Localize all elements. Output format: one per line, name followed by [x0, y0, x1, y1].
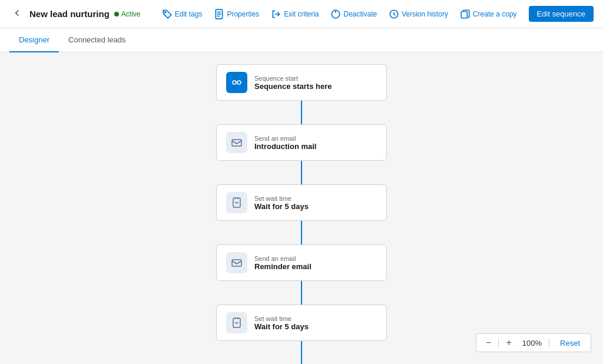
- canvas: Sequence startSequence starts here Send …: [0, 52, 603, 364]
- properties-label: Properties: [227, 10, 259, 18]
- node-title-wait-2: Wait for 5 days: [254, 322, 377, 331]
- header: New lead nurturing Active Edit tags Prop…: [0, 0, 603, 28]
- start-icon: [226, 72, 247, 93]
- tab-designer[interactable]: Designer: [9, 28, 59, 52]
- connector-0: [301, 101, 302, 124]
- zoom-separator-2: [549, 338, 549, 348]
- tab-connected-leads[interactable]: Connected leads: [59, 28, 135, 52]
- svg-rect-8: [461, 11, 467, 18]
- exit-criteria-button[interactable]: Exit criteria: [266, 6, 323, 22]
- edit-tags-button[interactable]: Edit tags: [157, 6, 207, 22]
- edit-tags-label: Edit tags: [175, 10, 203, 18]
- deactivate-label: Deactivate: [343, 10, 377, 18]
- status-label: Active: [121, 10, 141, 18]
- node-content-wait-2: Set wait timeWait for 5 days: [254, 315, 377, 331]
- status-dot: [114, 12, 119, 16]
- sequence-node-wait-2[interactable]: Set wait timeWait for 5 days: [216, 305, 387, 341]
- sequence-node-email-1[interactable]: Send an emailIntroduction mail: [216, 124, 387, 161]
- node-content-email-2: Send an emailReminder email: [254, 255, 377, 271]
- connector-2: [301, 221, 302, 244]
- edit-sequence-button[interactable]: Edit sequence: [529, 6, 594, 22]
- properties-button[interactable]: Properties: [209, 6, 264, 22]
- svg-point-10: [237, 81, 241, 84]
- node-label-email-2: Send an email: [254, 255, 377, 262]
- node-label-wait-1: Set wait time: [254, 195, 377, 202]
- version-history-label: Version history: [402, 10, 448, 18]
- version-history-button[interactable]: Version history: [384, 6, 453, 22]
- header-actions: Edit tags Properties Exit criteria Deact…: [157, 6, 594, 22]
- svg-point-0: [164, 11, 165, 12]
- svg-rect-11: [232, 140, 241, 146]
- create-copy-button[interactable]: Create a copy: [455, 6, 522, 22]
- back-button[interactable]: [9, 5, 25, 23]
- svg-point-9: [233, 81, 236, 84]
- node-label-email-1: Send an email: [254, 135, 377, 142]
- node-content-start: Sequence startSequence starts here: [254, 75, 377, 91]
- zoom-in-button[interactable]: +: [502, 336, 515, 349]
- page-title: New lead nurturing: [29, 9, 110, 19]
- node-title-wait-1: Wait for 5 days: [254, 202, 377, 211]
- zoom-reset-button[interactable]: Reset: [555, 337, 585, 349]
- node-label-start: Sequence start: [254, 75, 377, 82]
- svg-rect-13: [232, 260, 241, 266]
- zoom-controls: − + 100% Reset: [476, 333, 591, 352]
- zoom-separator: [498, 338, 499, 348]
- tabs: Designer Connected leads: [0, 28, 603, 52]
- status-badge: Active: [114, 10, 141, 18]
- email-icon: [226, 252, 247, 273]
- connector-4: [301, 341, 302, 364]
- svg-rect-12: [233, 198, 240, 207]
- zoom-out-button[interactable]: −: [482, 336, 495, 349]
- node-content-wait-1: Set wait timeWait for 5 days: [254, 195, 377, 211]
- sequence-node-wait-1[interactable]: Set wait timeWait for 5 days: [216, 184, 387, 221]
- wait-icon: [226, 192, 247, 213]
- node-title-email-2: Reminder email: [254, 262, 377, 271]
- node-title-start: Sequence starts here: [254, 82, 377, 91]
- node-content-email-1: Send an emailIntroduction mail: [254, 135, 377, 151]
- deactivate-button[interactable]: Deactivate: [326, 6, 382, 22]
- email-icon: [226, 132, 247, 153]
- zoom-value: 100%: [519, 339, 545, 348]
- svg-rect-14: [233, 318, 240, 327]
- create-copy-label: Create a copy: [473, 10, 517, 18]
- exit-criteria-label: Exit criteria: [284, 10, 319, 18]
- connector-3: [301, 281, 302, 305]
- sequence-node-email-2[interactable]: Send an emailReminder email: [216, 244, 387, 281]
- wait-icon: [226, 312, 247, 333]
- node-label-wait-2: Set wait time: [254, 315, 377, 322]
- sequence-node-start[interactable]: Sequence startSequence starts here: [216, 64, 387, 101]
- node-title-email-1: Introduction mail: [254, 142, 377, 151]
- connector-1: [301, 161, 302, 184]
